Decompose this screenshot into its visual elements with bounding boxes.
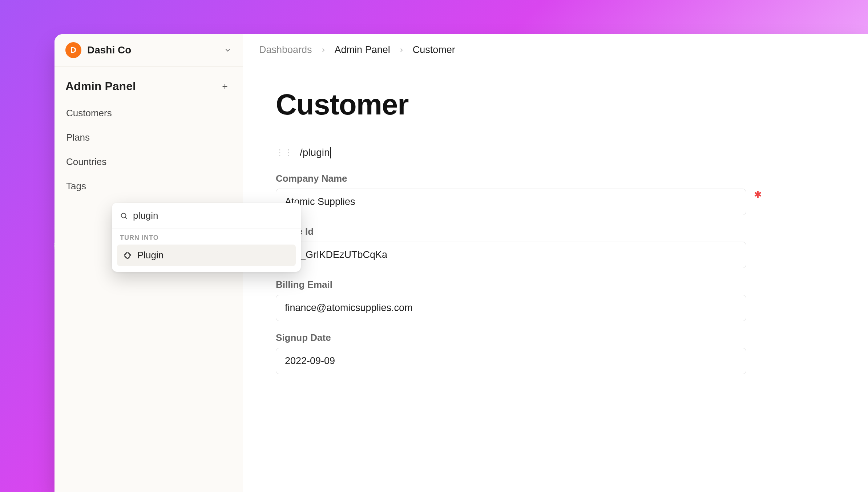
slash-command-block[interactable]: ⋮⋮ /plugin [276, 147, 759, 158]
breadcrumb-admin-panel[interactable]: Admin Panel [335, 44, 390, 56]
field-signup-date: Signup Date [276, 332, 759, 374]
field-label-company-name: Company Name [276, 173, 759, 184]
breadcrumb-dashboards[interactable]: Dashboards [259, 44, 312, 56]
sidebar-item-plans[interactable]: Plans [58, 125, 239, 150]
field-label-stripe-id: Stripe Id [276, 226, 759, 237]
field-billing-email: Billing Email [276, 279, 759, 321]
breadcrumb-customer[interactable]: Customer [413, 44, 455, 56]
required-asterisk-icon: ✱ [754, 189, 762, 200]
svg-line-3 [125, 217, 127, 219]
field-label-signup-date: Signup Date [276, 332, 759, 343]
plugin-icon [123, 251, 132, 260]
svg-point-2 [121, 213, 126, 218]
input-company-name[interactable] [276, 189, 746, 215]
sidebar-item-customers[interactable]: Customers [58, 101, 239, 125]
sidebar: D Dashi Co Admin Panel Customers Plans C… [54, 34, 243, 492]
page-content: Customer ⋮⋮ /plugin Company Name ✱ Strip… [243, 66, 759, 385]
page-title: Customer [276, 88, 759, 121]
command-items: Plugin [112, 245, 301, 272]
input-billing-email[interactable] [276, 295, 746, 321]
drag-handle-icon[interactable]: ⋮⋮ [276, 148, 293, 157]
chevron-down-icon [224, 46, 232, 54]
add-page-button[interactable] [218, 81, 232, 92]
slash-command-input[interactable]: /plugin [300, 147, 331, 158]
input-signup-date[interactable] [276, 348, 746, 374]
command-search-row [112, 203, 301, 229]
command-search-input[interactable] [133, 210, 293, 221]
app-window: D Dashi Co Admin Panel Customers Plans C… [54, 34, 868, 492]
command-popover: TURN INTO Plugin [112, 203, 301, 272]
main-area: Dashboards Admin Panel Customer Customer… [243, 34, 868, 492]
org-name: Dashi Co [87, 44, 218, 56]
command-item-label: Plugin [137, 250, 163, 261]
sidebar-title: Admin Panel [65, 80, 136, 93]
breadcrumb: Dashboards Admin Panel Customer [243, 34, 868, 66]
field-company-name: Company Name ✱ [276, 173, 759, 215]
search-icon [120, 212, 128, 220]
field-stripe-id: Stripe Id [276, 226, 759, 268]
chevron-right-icon [398, 47, 405, 53]
org-switcher[interactable]: D Dashi Co [54, 34, 243, 66]
sidebar-item-tags[interactable]: Tags [58, 174, 239, 198]
org-avatar: D [65, 42, 81, 58]
command-item-plugin[interactable]: Plugin [117, 245, 296, 266]
sidebar-item-countries[interactable]: Countries [58, 150, 239, 174]
sidebar-nav: Customers Plans Countries Tags [54, 100, 243, 200]
sidebar-panel-header: Admin Panel [54, 66, 243, 100]
chevron-right-icon [320, 47, 327, 53]
field-label-billing-email: Billing Email [276, 279, 759, 290]
input-stripe-id[interactable] [276, 242, 746, 268]
command-section-label: TURN INTO [112, 229, 301, 245]
